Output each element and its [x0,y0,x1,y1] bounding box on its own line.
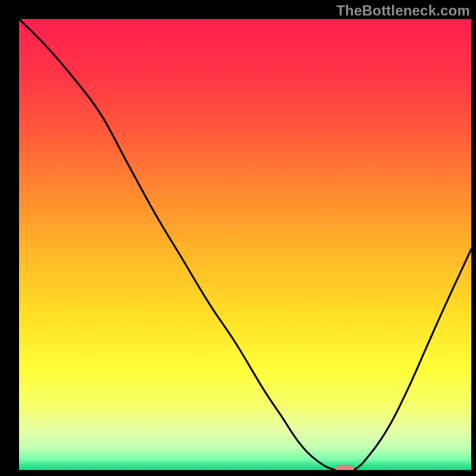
plot-background [19,19,471,470]
watermark-text: TheBottleneck.com [336,2,470,19]
optimal-point-marker [336,465,353,474]
bottleneck-chart [0,0,476,476]
chart-frame: { "watermark": "TheBottleneck.com", "col… [0,0,476,476]
